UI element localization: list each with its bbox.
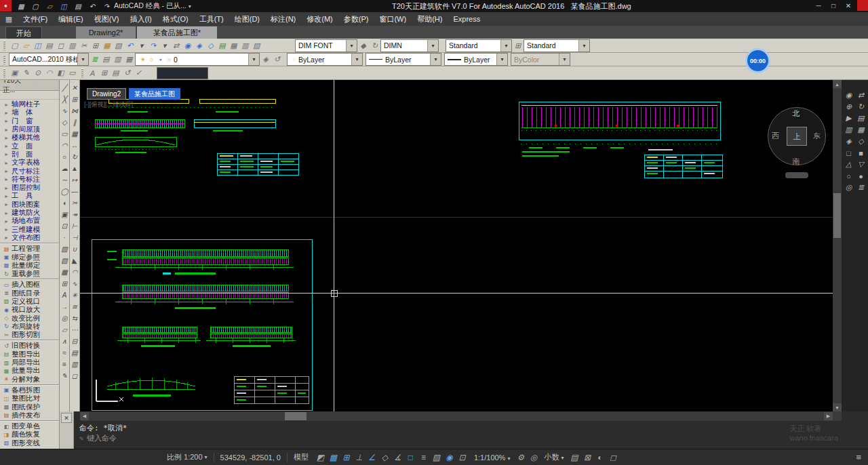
toolbar-grip[interactable]: [3, 41, 5, 50]
scroll-right-arrow[interactable]: ▶: [824, 412, 833, 420]
palette-item[interactable]: ▸楼梯其他: [0, 134, 59, 142]
group-icon[interactable]: ◻: [71, 370, 79, 382]
view-front-icon[interactable]: ▥: [843, 124, 855, 136]
redo-icon[interactable]: ↷: [102, 1, 111, 11]
align-icon[interactable]: ≅: [71, 301, 79, 312]
view-iso-icon[interactable]: ◈: [843, 136, 855, 147]
palette-item[interactable]: ▦批量绑定: [0, 262, 59, 270]
line-icon[interactable]: ╱: [60, 82, 69, 94]
units-control[interactable]: 小数: [544, 452, 564, 462]
palette-item[interactable]: ✳分解对象: [0, 376, 59, 384]
palette-item[interactable]: ◨颜色恢复: [0, 430, 59, 439]
pan-icon[interactable]: ⇄: [855, 89, 867, 101]
palette-item[interactable]: ▸工 具: [0, 192, 59, 200]
extend-icon[interactable]: ↠: [71, 209, 79, 220]
plot-preview-icon[interactable]: ◻: [55, 40, 66, 51]
fillet-icon[interactable]: ◠: [71, 266, 79, 278]
palette-item[interactable]: ▸场地布置: [0, 217, 59, 225]
polygon-icon[interactable]: ◇: [60, 117, 69, 128]
open-icon[interactable]: ▱: [45, 1, 54, 11]
full-navigation-wheel-icon[interactable]: ◉: [843, 89, 855, 101]
text-icon[interactable]: A: [87, 68, 98, 79]
make-object-layer-current-icon[interactable]: ◈: [260, 54, 271, 65]
menu-item[interactable]: 插入(I): [124, 12, 157, 26]
palette-item[interactable]: ≣图纸目录: [0, 289, 59, 298]
dim-style-combo[interactable]: DIMN▾: [380, 39, 439, 52]
palette-item[interactable]: ▤整图导出: [0, 350, 59, 359]
redo-caret-icon[interactable]: ▾: [159, 40, 170, 51]
polyline-icon[interactable]: ∿: [60, 105, 69, 117]
grid-icon[interactable]: ⊞: [340, 453, 353, 462]
lineweight-icon[interactable]: ≡: [417, 453, 430, 462]
stretch-icon[interactable]: ↦: [71, 174, 79, 186]
zoom-realtime-icon[interactable]: ◉: [182, 40, 193, 51]
polar-tracking-icon[interactable]: ∠: [366, 453, 378, 462]
array-icon[interactable]: ▦: [71, 128, 79, 140]
workspace-combo[interactable]: AutoCAD...2010 移植▾: [9, 53, 89, 66]
nav-up-icon[interactable]: △: [843, 159, 855, 170]
qnew-icon[interactable]: ▢: [9, 40, 20, 51]
scale-control[interactable]: 比例 1:200: [167, 452, 208, 462]
table-icon[interactable]: ⊞: [98, 68, 110, 79]
palette-item[interactable]: ▸剖 面: [0, 150, 59, 159]
close-button[interactable]: ✕: [841, 0, 856, 12]
workspace-switch-icon[interactable]: ⚙: [514, 453, 527, 462]
dim-update-icon[interactable]: ↻: [369, 40, 380, 51]
join-icon[interactable]: ∪: [71, 243, 79, 255]
menu-item[interactable]: 修改(M): [301, 12, 338, 26]
block-editor-icon[interactable]: ✎: [20, 68, 32, 79]
palette-item[interactable]: ↻布局旋转: [0, 323, 59, 331]
polyline-3d-icon[interactable]: ∧: [60, 336, 69, 347]
ucs-icon[interactable]: □: [843, 147, 855, 159]
lineweight-combo[interactable]: ByLayer▾: [444, 53, 508, 66]
paste-icon[interactable]: ▦: [101, 40, 113, 51]
palette-item[interactable]: ↺旧图转换: [0, 342, 59, 350]
point-tool-icon[interactable]: ●: [855, 170, 867, 182]
compass-west-label[interactable]: 西: [772, 131, 779, 141]
orbit-icon[interactable]: ↻: [855, 101, 867, 113]
chamfer-icon[interactable]: ◣: [71, 255, 79, 266]
linetype-combo[interactable]: ByLayer▾: [366, 53, 441, 66]
arc-icon[interactable]: ◠: [60, 140, 69, 151]
palette-item[interactable]: ▩图纸保护: [0, 403, 59, 411]
layer-color-swatch[interactable]: ■: [165, 54, 174, 65]
redo-icon[interactable]: ↷: [147, 40, 159, 51]
tab-start[interactable]: 开始: [5, 26, 42, 40]
spline-icon[interactable]: ∼: [60, 174, 69, 186]
open-icon[interactable]: ▱: [20, 40, 32, 51]
palette-item[interactable]: ▧图形变线: [0, 439, 59, 447]
compass-east-label[interactable]: 东: [813, 131, 821, 141]
palette-item[interactable]: ◉视口放大: [0, 306, 59, 314]
palette-item[interactable]: ↻重载参照: [0, 270, 59, 278]
layer-states-icon[interactable]: ▤: [100, 54, 112, 65]
sketch-icon[interactable]: ✎: [60, 370, 69, 382]
transparency-icon[interactable]: ▨: [430, 453, 443, 462]
layer-previous-icon[interactable]: ↺: [271, 54, 283, 65]
break-at-point-icon[interactable]: ⊢: [71, 220, 79, 232]
tool-palettes-icon[interactable]: ▥: [239, 40, 251, 51]
palette-item[interactable]: ▣绑定参照: [0, 253, 59, 261]
menu-item[interactable]: 绘图(D): [229, 12, 265, 26]
annotation-scale-control[interactable]: 1:1/100%: [474, 453, 511, 462]
rotate-icon[interactable]: ↻: [71, 151, 79, 163]
update-icon[interactable]: ↺: [121, 68, 133, 79]
explode-icon[interactable]: ✳: [71, 289, 79, 301]
ellipse-arc-icon[interactable]: ◖: [60, 197, 69, 209]
properties-icon[interactable]: ▤: [216, 40, 228, 51]
toolbar-grip[interactable]: [81, 68, 83, 78]
selection-cycling-icon[interactable]: ◉: [443, 453, 456, 462]
copy-icon[interactable]: ⊞: [90, 40, 101, 51]
palette-item[interactable]: ▥局部导出: [0, 359, 59, 367]
target-icon[interactable]: ◎: [843, 182, 855, 193]
snap-icon[interactable]: ▦: [327, 453, 340, 462]
command-close-icon[interactable]: ✕: [61, 413, 72, 423]
horizontal-scrollbar[interactable]: ◀ ▶: [80, 411, 833, 421]
view-side-icon[interactable]: ▦: [855, 124, 867, 136]
toolbar-grip[interactable]: [3, 68, 5, 78]
view-previous-icon[interactable]: ◇: [855, 136, 867, 147]
helix-icon[interactable]: ≈: [60, 347, 69, 359]
layer-on-icon[interactable]: ☀: [138, 54, 147, 65]
scroll-down-arrow[interactable]: ▼: [833, 403, 842, 411]
layer-unlock-icon[interactable]: ▪: [156, 54, 165, 65]
ray-icon[interactable]: →: [60, 301, 69, 312]
